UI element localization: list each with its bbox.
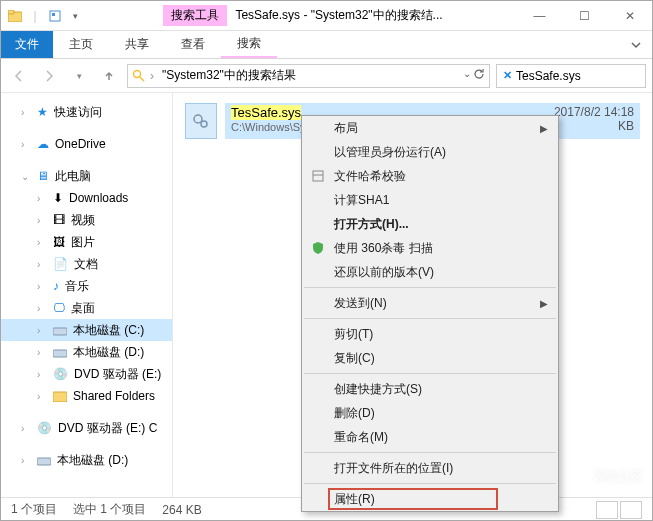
- sidebar-documents[interactable]: ›📄文档: [1, 253, 172, 275]
- chevron-right-icon: ▶: [540, 298, 548, 309]
- pictures-icon: 🖼: [53, 235, 65, 249]
- breadcrumb-label[interactable]: "System32"中的搜索结果: [158, 67, 300, 84]
- context-item-label: 重命名(M): [334, 429, 388, 446]
- context-item-5[interactable]: 使用 360杀毒 扫描: [302, 236, 558, 260]
- svg-rect-8: [53, 392, 67, 402]
- ribbon-tab-search[interactable]: 搜索: [221, 31, 277, 58]
- window-controls: — ☐ ✕: [517, 1, 652, 31]
- status-item-count: 1 个项目: [11, 501, 57, 518]
- context-item-19[interactable]: 属性(R): [302, 487, 558, 511]
- qat-sep: |: [27, 8, 43, 24]
- sys-file-icon: [185, 103, 217, 139]
- close-button[interactable]: ✕: [607, 1, 652, 31]
- context-item-label: 使用 360杀毒 扫描: [334, 240, 433, 257]
- disc-icon: 💿: [53, 367, 68, 381]
- context-item-label: 复制(C): [334, 350, 375, 367]
- shield-icon: [310, 241, 326, 255]
- sidebar-drive-d[interactable]: ›本地磁盘 (D:): [1, 341, 172, 363]
- svg-rect-1: [8, 10, 14, 14]
- nav-history-button[interactable]: ▾: [67, 64, 91, 88]
- context-item-10[interactable]: 剪切(T): [302, 322, 558, 346]
- svg-rect-9: [37, 458, 51, 465]
- context-menu: 布局▶以管理员身份运行(A)文件哈希校验计算SHA1打开方式(H)...使用 3…: [301, 115, 559, 512]
- ribbon-tab-view[interactable]: 查看: [165, 31, 221, 58]
- sidebar-drive-d2[interactable]: ›本地磁盘 (D:): [1, 449, 172, 471]
- svg-rect-7: [53, 350, 67, 357]
- title-wrap: 搜索工具 TesSafe.sys - "System32"中的搜索结...: [89, 5, 517, 26]
- drive-icon: [37, 454, 51, 466]
- sidebar-videos[interactable]: ›🎞视频: [1, 209, 172, 231]
- search-box[interactable]: ✕ TesSafe.sys: [496, 64, 646, 88]
- context-separator: [304, 318, 556, 319]
- desktop-icon: 🖵: [53, 301, 65, 315]
- navigation-pane[interactable]: ›★快速访问 ›☁OneDrive ⌄🖥此电脑 ›⬇Downloads ›🎞视频…: [1, 93, 173, 497]
- svg-point-4: [134, 70, 141, 77]
- context-item-11[interactable]: 复制(C): [302, 346, 558, 370]
- clear-search-icon[interactable]: ✕: [503, 69, 512, 82]
- context-item-label: 以管理员身份运行(A): [334, 144, 446, 161]
- context-item-0[interactable]: 布局▶: [302, 116, 558, 140]
- disc-icon: 💿: [37, 421, 52, 435]
- sidebar-downloads[interactable]: ›⬇Downloads: [1, 187, 172, 209]
- context-item-6[interactable]: 还原以前的版本(V): [302, 260, 558, 284]
- sidebar-drive-c[interactable]: ›本地磁盘 (C:): [1, 319, 172, 341]
- documents-icon: 📄: [53, 257, 68, 271]
- details-view-button[interactable]: [596, 501, 618, 519]
- context-item-label: 计算SHA1: [334, 192, 389, 209]
- sidebar-shared-folders[interactable]: ›Shared Folders: [1, 385, 172, 407]
- qat-dropdown-icon[interactable]: ▾: [67, 8, 83, 24]
- context-item-label: 创建快捷方式(S): [334, 381, 422, 398]
- refresh-button[interactable]: [473, 68, 485, 83]
- context-item-13[interactable]: 创建快捷方式(S): [302, 377, 558, 401]
- context-item-1[interactable]: 以管理员身份运行(A): [302, 140, 558, 164]
- svg-rect-12: [313, 171, 323, 181]
- context-separator: [304, 373, 556, 374]
- tool-context-badge: 搜索工具: [163, 5, 227, 26]
- context-item-label: 剪切(T): [334, 326, 373, 343]
- sidebar-pictures[interactable]: ›🖼图片: [1, 231, 172, 253]
- sidebar-desktop[interactable]: ›🖵桌面: [1, 297, 172, 319]
- video-icon: 🎞: [53, 213, 65, 227]
- sidebar-dvd-e[interactable]: ›💿DVD 驱动器 (E:): [1, 363, 172, 385]
- drive-icon: [53, 324, 67, 336]
- titlebar: | ▾ 搜索工具 TesSafe.sys - "System32"中的搜索结..…: [1, 1, 652, 31]
- ribbon-file-tab[interactable]: 文件: [1, 31, 53, 58]
- sidebar-dvd-e2[interactable]: ›💿DVD 驱动器 (E:) C: [1, 417, 172, 439]
- ribbon-expand-button[interactable]: [620, 31, 652, 58]
- breadcrumb[interactable]: › "System32"中的搜索结果 ⌄: [127, 64, 490, 88]
- nav-forward-button[interactable]: [37, 64, 61, 88]
- context-item-17[interactable]: 打开文件所在的位置(I): [302, 456, 558, 480]
- sidebar-this-pc[interactable]: ⌄🖥此电脑: [1, 165, 172, 187]
- cloud-icon: ☁: [37, 137, 49, 151]
- nav-back-button[interactable]: [7, 64, 31, 88]
- address-bar: ▾ › "System32"中的搜索结果 ⌄ ✕ TesSafe.sys: [1, 59, 652, 93]
- nav-up-button[interactable]: [97, 64, 121, 88]
- svg-rect-3: [52, 13, 55, 16]
- ribbon-tab-home[interactable]: 主页: [53, 31, 109, 58]
- context-item-15[interactable]: 重命名(M): [302, 425, 558, 449]
- context-item-14[interactable]: 删除(D): [302, 401, 558, 425]
- search-input[interactable]: TesSafe.sys: [516, 69, 581, 83]
- sidebar-music[interactable]: ›♪音乐: [1, 275, 172, 297]
- context-item-3[interactable]: 计算SHA1: [302, 188, 558, 212]
- sidebar-onedrive[interactable]: ›☁OneDrive: [1, 133, 172, 155]
- window-title: TesSafe.sys - "System32"中的搜索结...: [235, 7, 442, 24]
- svg-point-11: [201, 121, 207, 127]
- view-switcher: [596, 501, 642, 519]
- ribbon-tab-share[interactable]: 共享: [109, 31, 165, 58]
- sidebar-quick-access[interactable]: ›★快速访问: [1, 101, 172, 123]
- status-size: 264 KB: [162, 503, 201, 517]
- context-item-8[interactable]: 发送到(N)▶: [302, 291, 558, 315]
- address-dropdown-button[interactable]: ⌄: [463, 68, 471, 83]
- context-item-label: 打开方式(H)...: [334, 216, 409, 233]
- properties-icon[interactable]: [47, 8, 63, 24]
- icons-view-button[interactable]: [620, 501, 642, 519]
- context-item-2[interactable]: 文件哈希校验: [302, 164, 558, 188]
- minimize-button[interactable]: —: [517, 1, 562, 31]
- file-size: KB: [554, 119, 634, 133]
- hash-icon: [310, 169, 326, 183]
- context-item-4[interactable]: 打开方式(H)...: [302, 212, 558, 236]
- svg-point-10: [194, 115, 202, 123]
- maximize-button[interactable]: ☐: [562, 1, 607, 31]
- file-path: C:\Windows\Sy: [231, 121, 306, 133]
